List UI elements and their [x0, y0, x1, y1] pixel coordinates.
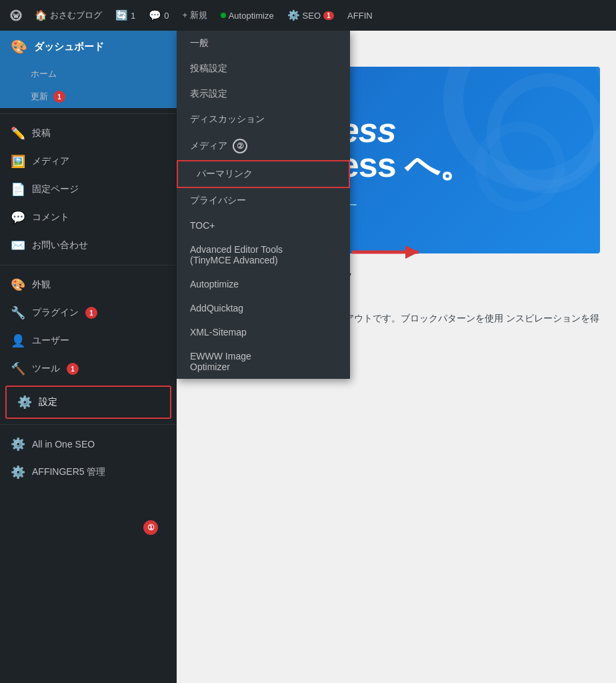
new-label: + 新規: [182, 9, 207, 21]
ewww-label: EWWW ImageOptimizer: [190, 351, 251, 372]
contact-icon: ✉️: [11, 238, 25, 253]
dropdown-item-media[interactable]: メディア ②: [177, 132, 350, 160]
gear-icon: ⚙️: [287, 9, 300, 21]
xml-sitemap-label: XML-Sitemap: [190, 327, 247, 337]
seo-button[interactable]: ⚙️ SEO 1: [282, 7, 339, 24]
updates-button[interactable]: 🔄 1: [110, 7, 141, 24]
tools-badge: 1: [67, 363, 79, 375]
new-content-button[interactable]: + 新規: [177, 7, 212, 24]
users-label: ユーザー: [32, 335, 69, 347]
sidebar-item-comments[interactable]: 💬 コメント: [0, 203, 177, 231]
posts-icon: ✏️: [11, 126, 25, 141]
updates-label: 更新: [31, 91, 48, 103]
sidebar-item-affinger[interactable]: ⚙️ AFFINGER5 管理: [0, 458, 177, 486]
comments-icon: 💬: [11, 210, 25, 225]
dropdown-item-permalink[interactable]: パーマリンク: [177, 160, 350, 188]
permalink-label: パーマリンク: [197, 168, 253, 180]
wp-logo-button[interactable]: W: [5, 6, 27, 25]
pages-label: 固定ページ: [32, 183, 79, 195]
aioseo-label: All in One SEO: [32, 439, 95, 450]
svg-marker-6: [405, 245, 419, 259]
media-icon: 🖼️: [11, 154, 25, 169]
contact-label: お問い合わせ: [32, 239, 88, 251]
update-icon: 🔄: [115, 9, 128, 21]
svg-text:W: W: [13, 13, 19, 19]
home-icon: 🏠: [35, 9, 47, 21]
dropdown-item-discussion[interactable]: ディスカッション: [177, 107, 350, 132]
appearance-label: 外観: [32, 279, 51, 291]
dropdown-item-xml-sitemap[interactable]: XML-Sitemap: [177, 320, 350, 344]
dropdown-item-addquicktag[interactable]: AddQuicktag: [177, 296, 350, 320]
autoptimize-button[interactable]: Autoptimize: [215, 8, 279, 23]
affinger-button[interactable]: AFFIN: [342, 8, 378, 23]
sidebar-item-tools[interactable]: 🔨 ツール 1: [0, 355, 177, 383]
home-sub-label: ホーム: [31, 69, 57, 79]
writing-label: 投稿設定: [190, 63, 227, 75]
dashboard-label: ダッシュボード: [34, 41, 104, 53]
dashboard-icon: 🎨: [11, 39, 27, 55]
plugins-icon: 🔧: [11, 305, 25, 320]
main-layout: 🎨 ダッシュボード ホーム 更新 1 ✏️ 投稿 🖼️ メディア 📄 固定ページ: [0, 0, 616, 683]
users-icon: 👤: [11, 333, 25, 348]
dropdown-item-privacy[interactable]: プライバシー: [177, 188, 350, 213]
autoptimize-label: Autoptimize: [229, 11, 274, 21]
sidebar-item-plugins[interactable]: 🔧 プラグイン 1: [0, 299, 177, 327]
sidebar-item-all-in-one-seo[interactable]: ⚙️ All in One SEO: [0, 430, 177, 458]
aioseo-icon: ⚙️: [11, 437, 25, 452]
privacy-label: プライバシー: [190, 195, 246, 207]
sidebar-separator-2: [0, 265, 177, 265]
toc-label: TOC+: [190, 220, 215, 231]
discussion-label: ディスカッション: [190, 113, 265, 125]
seo-label: SEO: [303, 11, 321, 21]
dropdown-item-reading[interactable]: 表示設定: [177, 81, 350, 107]
sidebar-item-home[interactable]: ホーム: [0, 63, 177, 85]
general-label: 一般: [190, 37, 209, 49]
sidebar-item-settings[interactable]: ⚙️ 設定: [7, 388, 170, 416]
admin-bar: W 🏠 おさむブログ 🔄 1 💬 0 + 新規 Autoptimize ⚙️ S…: [0, 0, 616, 31]
sidebar: 🎨 ダッシュボード ホーム 更新 1 ✏️ 投稿 🖼️ メディア 📄 固定ページ: [0, 31, 177, 683]
sidebar-item-dashboard[interactable]: 🎨 ダッシュボード: [0, 31, 177, 63]
dropdown-item-autoptimize[interactable]: Autoptimize: [177, 272, 350, 296]
comments-button[interactable]: 💬 0: [143, 7, 174, 24]
update-count: 1: [131, 11, 135, 21]
red-arrow-annotation: [345, 239, 425, 265]
advanced-editor-label: Advanced Editor Tools(TinyMCE Advanced): [190, 244, 283, 265]
comment-icon: 💬: [149, 9, 161, 21]
sidebar-item-users[interactable]: 👤 ユーザー: [0, 327, 177, 355]
affinger-sidebar-label: AFFINGER5 管理: [32, 466, 105, 478]
dropdown-item-advanced-editor[interactable]: Advanced Editor Tools(TinyMCE Advanced): [177, 237, 350, 272]
sidebar-item-updates[interactable]: 更新 1: [0, 85, 177, 108]
pages-icon: 📄: [11, 182, 25, 197]
plugins-badge: 1: [85, 307, 97, 319]
comments-label: コメント: [32, 211, 69, 223]
sidebar-item-pages[interactable]: 📄 固定ページ: [0, 175, 177, 203]
site-name-button[interactable]: 🏠 おさむブログ: [29, 7, 107, 24]
settings-icon: ⚙️: [17, 395, 32, 410]
sidebar-separator-1: [0, 113, 177, 114]
seo-badge: 1: [323, 11, 334, 20]
sidebar-item-posts[interactable]: ✏️ 投稿: [0, 119, 177, 147]
sidebar-item-contact[interactable]: ✉️ お問い合わせ: [0, 231, 177, 259]
settings-dropdown-menu: 一般 投稿設定 表示設定 ディスカッション メディア ② パーマリンク プライバ…: [177, 31, 350, 379]
appearance-icon: 🎨: [11, 277, 25, 292]
banner-decoration: [400, 67, 600, 253]
sidebar-item-media[interactable]: 🖼️ メディア: [0, 147, 177, 175]
dropdown-item-toc[interactable]: TOC+: [177, 213, 350, 237]
plugins-label: プラグイン: [32, 307, 79, 319]
updates-badge: 1: [53, 91, 65, 103]
site-name-label: おさむブログ: [50, 9, 102, 21]
sidebar-separator-3: [0, 424, 177, 425]
dropdown-item-ewww[interactable]: EWWW ImageOptimizer: [177, 344, 350, 379]
media-dropdown-label: メディア: [190, 140, 227, 152]
autoptimize-dropdown-label: Autoptimize: [190, 279, 239, 289]
sidebar-item-appearance[interactable]: 🎨 外観: [0, 271, 177, 299]
affinger-label: AFFIN: [347, 11, 373, 21]
dropdown-item-writing[interactable]: 投稿設定: [177, 56, 350, 81]
media-label: メディア: [32, 155, 69, 167]
dropdown-item-general[interactable]: 一般: [177, 31, 350, 56]
settings-section-box: ⚙️ 設定: [5, 386, 171, 419]
settings-label: 設定: [39, 396, 57, 408]
dashboard-section: 🎨 ダッシュボード ホーム 更新 1: [0, 31, 177, 108]
step-two-badge: ②: [233, 139, 247, 153]
reading-label: 表示設定: [190, 88, 227, 100]
